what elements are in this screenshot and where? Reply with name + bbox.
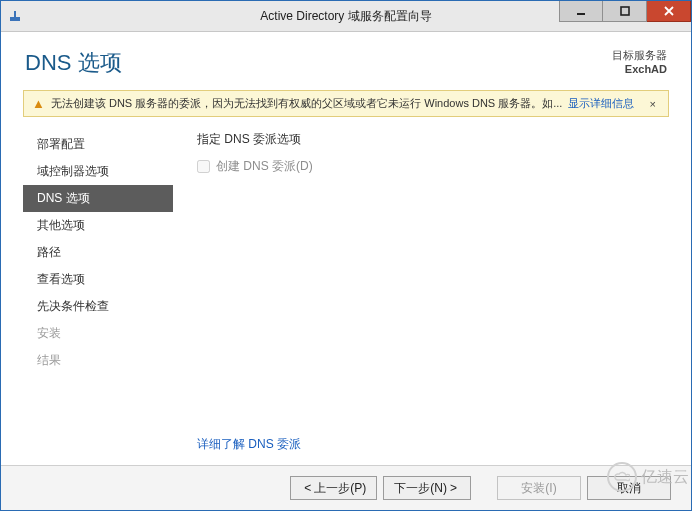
titlebar: Active Directory 域服务配置向导 [1,1,691,32]
warning-icon: ▲ [32,97,45,110]
sidebar-item-review[interactable]: 查看选项 [23,266,173,293]
window-controls [559,1,691,31]
install-button-label: 安装(I) [521,480,556,497]
section-title: 指定 DNS 委派选项 [197,131,665,148]
svg-rect-2 [577,13,585,15]
previous-button[interactable]: < 上一步(P) [290,476,377,500]
create-delegation-row: 创建 DNS 委派(D) [197,158,665,175]
target-server-name: ExchAD [612,63,667,75]
page-header: DNS 选项 目标服务器 ExchAD [1,32,691,84]
next-button[interactable]: 下一步(N) > [383,476,471,500]
app-icon [7,8,23,24]
warning-text: 无法创建该 DNS 服务器的委派，因为无法找到有权威的父区域或者它未运行 Win… [51,96,563,111]
sidebar-item-dns-options[interactable]: DNS 选项 [23,185,173,212]
minimize-button[interactable] [559,1,603,22]
sidebar-item-paths[interactable]: 路径 [23,239,173,266]
warning-close-button[interactable]: × [646,98,660,110]
install-button: 安装(I) [497,476,581,500]
wizard-main: 指定 DNS 委派选项 创建 DNS 委派(D) 详细了解 DNS 委派 [173,127,669,465]
target-server-label: 目标服务器 [612,48,667,63]
svg-rect-3 [621,7,629,15]
cancel-button[interactable]: 取消 [587,476,671,500]
spacer [477,476,491,500]
sidebar-item-prereq[interactable]: 先决条件检查 [23,293,173,320]
right-arrow-icon: > [450,481,457,495]
sidebar-item-results: 结果 [23,347,173,374]
wizard-footer: < 上一步(P) 下一步(N) > 安装(I) 取消 [1,465,691,510]
sidebar-item-install: 安装 [23,320,173,347]
svg-rect-0 [10,17,20,21]
sidebar-item-dc-options[interactable]: 域控制器选项 [23,158,173,185]
svg-rect-1 [14,11,16,17]
wizard-window: Active Directory 域服务配置向导 DNS 选项 目标服务器 Ex… [0,0,692,511]
create-delegation-label: 创建 DNS 委派(D) [216,158,313,175]
wizard-body: 部署配置 域控制器选项 DNS 选项 其他选项 路径 查看选项 先决条件检查 安… [23,127,669,465]
warning-bar: ▲ 无法创建该 DNS 服务器的委派，因为无法找到有权威的父区域或者它未运行 W… [23,90,669,117]
wizard-sidebar: 部署配置 域控制器选项 DNS 选项 其他选项 路径 查看选项 先决条件检查 安… [23,127,173,465]
left-arrow-icon: < [304,481,311,495]
maximize-button[interactable] [603,1,647,22]
learn-more-link[interactable]: 详细了解 DNS 委派 [197,420,665,465]
previous-button-label: 上一步(P) [314,480,366,497]
sidebar-item-additional[interactable]: 其他选项 [23,212,173,239]
create-delegation-checkbox [197,160,210,173]
page-title: DNS 选项 [25,48,122,78]
warning-details-link[interactable]: 显示详细信息 [568,96,634,111]
sidebar-item-deployment[interactable]: 部署配置 [23,131,173,158]
target-server-block: 目标服务器 ExchAD [612,48,667,75]
close-button[interactable] [647,1,691,22]
next-button-label: 下一步(N) [394,480,447,497]
cancel-button-label: 取消 [617,480,641,497]
